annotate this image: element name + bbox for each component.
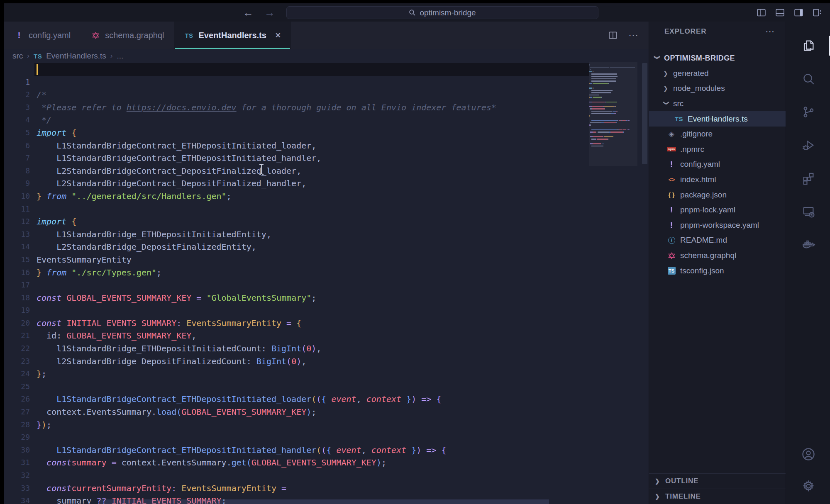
- tree-item-label: index.html: [680, 175, 716, 184]
- code-line[interactable]: 7 L2StandardBridgeContract_DepositFinali…: [4, 139, 649, 152]
- tree-item-OPTIMISM-BRIDGE[interactable]: ❯OPTIMISM-BRIDGE: [649, 51, 786, 66]
- command-center-search[interactable]: optimism-bridge: [286, 6, 598, 19]
- code-line[interactable]: 5 L1StandardBridgeContract_ETHDepositIni…: [4, 114, 649, 127]
- tab-schema.graphql[interactable]: schema.graphql: [81, 22, 174, 49]
- back-arrow-icon[interactable]: ←: [243, 7, 254, 18]
- split-editor-icon[interactable]: [608, 31, 618, 40]
- code-line[interactable]: 17 const GLOBAL_EVENTS_SUMMARY_KEY = "Gl…: [4, 266, 649, 279]
- explorer-sidebar: EXPLORER ⋯ ❯OPTIMISM-BRIDGE ❯generated ❯…: [649, 22, 786, 504]
- search-icon[interactable]: [786, 66, 830, 92]
- tree-item-node_modules[interactable]: ❯node_modules: [649, 81, 786, 96]
- section-outline[interactable]: ❯ OUTLINE: [649, 473, 786, 489]
- horizontal-scrollbar[interactable]: [100, 499, 549, 504]
- tree-item-generated[interactable]: ❯generated: [649, 66, 786, 81]
- remote-explorer-icon[interactable]: [786, 198, 830, 225]
- explorer-more-icon[interactable]: ⋯: [765, 26, 775, 37]
- extensions-icon[interactable]: [786, 165, 830, 192]
- code-line[interactable]: 24: [4, 355, 649, 368]
- ts-icon: TS: [34, 53, 42, 60]
- tree-item-README.md[interactable]: iREADME.md: [649, 233, 786, 248]
- minimap[interactable]: [589, 64, 637, 163]
- section-label: OUTLINE: [665, 477, 698, 485]
- npm-file-icon: npm: [666, 147, 676, 151]
- html-file-icon: <>: [666, 176, 676, 183]
- code-line[interactable]: 20 id: GLOBAL_EVENTS_SUMMARY_KEY,: [4, 304, 649, 317]
- tree-item-label: .npmrc: [680, 145, 704, 154]
- search-icon: [409, 9, 416, 16]
- code-line[interactable]: 34: [4, 482, 649, 495]
- code-line[interactable]: 19 const INITIAL_EVENTS_SUMMARY: EventsS…: [4, 292, 649, 304]
- tree-item-label: src: [673, 99, 684, 108]
- code-line[interactable]: 6 L1StandardBridgeContract_ETHDepositIni…: [4, 127, 649, 139]
- tree-item-label: tsconfig.json: [680, 266, 724, 275]
- account-icon[interactable]: [786, 441, 830, 467]
- code-line[interactable]: 31: [4, 444, 649, 457]
- tree-item-config.yaml[interactable]: !config.yaml: [649, 157, 786, 172]
- tree-item-schema.graphql[interactable]: schema.graphql: [649, 248, 786, 263]
- code-line[interactable]: 1 /*: [4, 63, 649, 76]
- tree-item-pnpm-workspace.yaml[interactable]: !pnpm-workspace.yaml: [649, 218, 786, 233]
- settings-gear-icon[interactable]: [786, 473, 830, 499]
- tree-item-label: EventHandlers.ts: [688, 114, 748, 124]
- tree-item-package.json[interactable]: { }package.json: [649, 187, 786, 202]
- code-line[interactable]: 32 constcurrentSummaryEntity: EventsSumm…: [4, 456, 649, 469]
- close-tab-icon[interactable]: ✕: [275, 31, 281, 40]
- toggle-sidebar-right-icon[interactable]: [793, 7, 804, 18]
- code-line[interactable]: 16: [4, 253, 649, 266]
- tree-item-label: .gitignore: [680, 129, 713, 139]
- chevron-right-icon: ❯: [663, 85, 669, 92]
- tab-config.yaml[interactable]: ! config.yaml: [4, 22, 81, 49]
- run-debug-icon[interactable]: [786, 132, 830, 158]
- tree-item-EventHandlers.ts[interactable]: TSEventHandlers.ts: [649, 111, 786, 127]
- tree-item-src[interactable]: ❯src: [649, 96, 786, 112]
- explorer-icon[interactable]: [786, 32, 830, 59]
- breadcrumb[interactable]: src › TS EventHandlers.ts › ...: [4, 49, 649, 63]
- tree-item-tsconfig.json[interactable]: TStsconfig.json: [649, 263, 786, 278]
- code-line[interactable]: 21 l1StandardBridge_ETHDepositInitiatedC…: [4, 317, 649, 330]
- more-actions-icon[interactable]: ⋯: [628, 29, 639, 41]
- code-line[interactable]: 8 L2StandardBridgeContract_DepositFinali…: [4, 152, 649, 165]
- tree-item-index.html[interactable]: <>index.html: [649, 172, 786, 187]
- code-area[interactable]: 1 /* 2 *Please refer to https://docs.env…: [4, 63, 649, 504]
- code-line[interactable]: 26 context.EventsSummary.load(GLOBAL_EVE…: [4, 380, 649, 393]
- code-line[interactable]: 2 *Please refer to https://docs.envio.de…: [4, 76, 649, 89]
- source-control-icon[interactable]: [786, 99, 830, 125]
- tab-label: schema.graphql: [105, 31, 164, 40]
- chevron-down-icon: ❯: [663, 101, 670, 107]
- forward-arrow-icon[interactable]: →: [264, 7, 275, 18]
- code-line[interactable]: 25 L1StandardBridgeContract_ETHDepositIn…: [4, 368, 649, 380]
- tree-item-label: README.md: [680, 236, 727, 245]
- toggle-panel-icon[interactable]: [775, 7, 785, 18]
- customize-layout-icon[interactable]: [812, 7, 823, 18]
- code-line[interactable]: 30 constsummary = context.EventsSummary.…: [4, 431, 649, 444]
- code-line[interactable]: 3 */: [4, 88, 649, 101]
- yaml-file-icon: !: [666, 221, 676, 230]
- code-line[interactable]: 15 } from "./src/Types.gen";: [4, 241, 649, 253]
- code-line[interactable]: 14 EventsSummaryEntity: [4, 228, 649, 241]
- code-line[interactable]: 4 import {: [4, 101, 649, 114]
- code-line[interactable]: 29 L1StandardBridgeContract_ETHDepositIn…: [4, 419, 649, 431]
- git-file-icon: ◈: [666, 129, 676, 139]
- toggle-sidebar-left-icon[interactable]: [756, 7, 767, 18]
- tree-item-.npmrc[interactable]: npm.npmrc: [649, 142, 786, 157]
- code-line[interactable]: 23 };: [4, 342, 649, 355]
- code-line[interactable]: 22 l2StandardBridge_DepositFinalizedCoun…: [4, 329, 649, 342]
- code-line[interactable]: 28: [4, 406, 649, 419]
- tab-label: config.yaml: [29, 31, 71, 40]
- tree-item-.gitignore[interactable]: ◈.gitignore: [649, 127, 786, 142]
- yaml-file-icon: !: [14, 31, 24, 40]
- tab-EventHandlers.ts[interactable]: TS EventHandlers.ts ✕: [174, 22, 291, 49]
- code-line[interactable]: 10: [4, 177, 649, 190]
- code-line[interactable]: 13 L2StandardBridge_DepositFinalizedEnti…: [4, 215, 649, 228]
- vertical-scrollbar[interactable]: [642, 63, 647, 164]
- code-line[interactable]: 18: [4, 279, 649, 292]
- tree-item-label: config.yaml: [680, 160, 720, 169]
- section-timeline[interactable]: ❯ TIMELINE: [649, 489, 786, 504]
- tree-item-pnpm-lock.yaml[interactable]: !pnpm-lock.yaml: [649, 202, 786, 218]
- code-line[interactable]: 33 summary ?? INITIAL_EVENTS_SUMMARY;: [4, 469, 649, 482]
- docker-icon[interactable]: [786, 231, 830, 258]
- code-line[interactable]: 12 L1StandardBridge_ETHDepositInitiatedE…: [4, 203, 649, 216]
- code-line[interactable]: 11 import {: [4, 190, 649, 203]
- code-line[interactable]: 9 } from "../generated/src/Handlers.gen"…: [4, 165, 649, 178]
- code-line[interactable]: 27 });: [4, 393, 649, 406]
